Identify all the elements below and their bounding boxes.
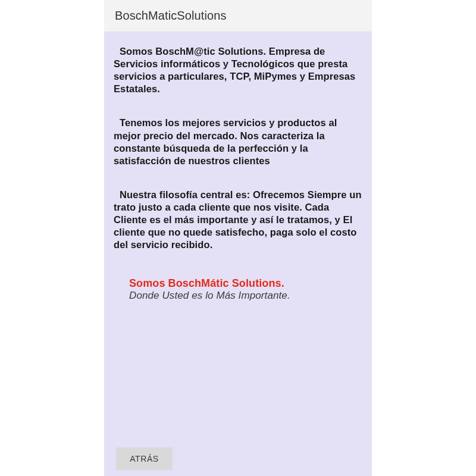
app-title: BoschMaticSolutions (115, 9, 227, 23)
philosophy-paragraph: Nuestra filosofía central es: Ofrecemos … (114, 189, 362, 252)
slogan-title: Somos BoschMátic Solutions. (129, 277, 362, 290)
slogan-block: Somos BoschMátic Solutions. Donde Usted … (114, 277, 362, 302)
content-area: Somos BoschM@tic Solutions. Empresa de S… (104, 32, 372, 476)
app-screen: BoschMaticSolutions Somos BoschM@tic Sol… (104, 0, 372, 476)
intro-paragraph: Somos BoschM@tic Solutions. Empresa de S… (114, 45, 362, 95)
slogan-subtitle: Donde Usted es lo Más Importante. (129, 290, 362, 302)
services-paragraph: Tenemos los mejores servicios y producto… (114, 117, 362, 167)
back-button[interactable]: ATRÁS (116, 447, 173, 470)
title-bar: BoschMaticSolutions (104, 0, 372, 32)
spacer (114, 302, 362, 447)
